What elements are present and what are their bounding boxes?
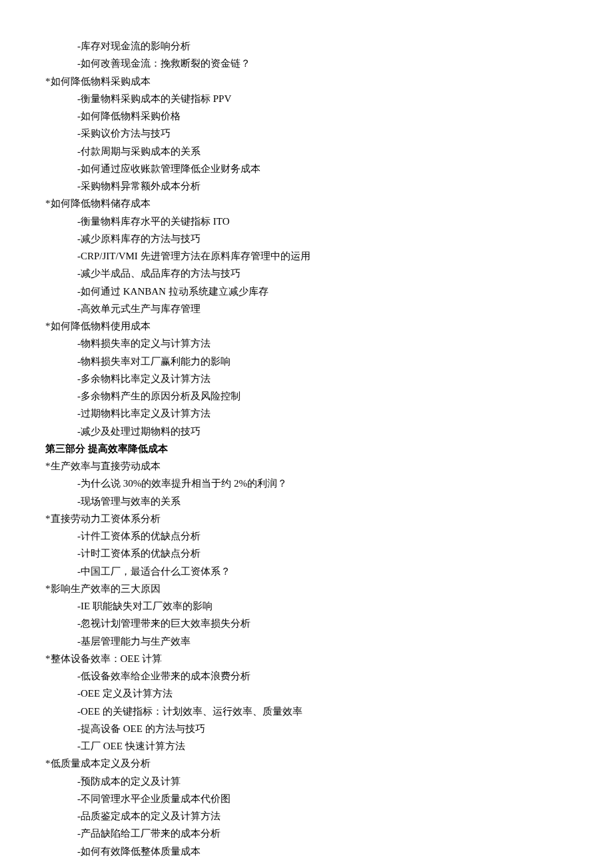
sub-line: -计件工资体系的优缺点分析 <box>45 527 568 545</box>
sub-line: -预防成本的定义及计算 <box>45 773 568 790</box>
sub-line: -低设备效率给企业带来的成本浪费分析 <box>45 667 568 685</box>
sub-line: -OEE 的关键指标：计划效率、运行效率、质量效率 <box>45 703 568 720</box>
sub-line: -中国工厂，最适合什么工资体系？ <box>45 563 568 580</box>
topic-line: *直接劳动力工资体系分析 <box>45 510 568 527</box>
sub-line: -产品缺陷给工厂带来的成本分析 <box>45 825 568 842</box>
sub-line: -现场管理与效率的关系 <box>45 493 568 510</box>
sub-line: -提高设备 OEE 的方法与技巧 <box>45 720 568 737</box>
topic-line: *如何降低物料采购成本 <box>45 73 568 90</box>
sub-line: -IE 职能缺失对工厂效率的影响 <box>45 597 568 615</box>
sub-line: -物料损失率对工厂赢利能力的影响 <box>45 353 568 370</box>
topic-line: *整体设备效率：OEE 计算 <box>45 650 568 667</box>
sub-line: -采购物料异常额外成本分析 <box>45 177 568 195</box>
sub-line: -衡量物料采购成本的关键指标 PPV <box>45 90 568 107</box>
sub-line: -品质鉴定成本的定义及计算方法 <box>45 807 568 825</box>
sub-line: -物料损失率的定义与计算方法 <box>45 335 568 352</box>
sub-line: -如何降低物料采购价格 <box>45 107 568 125</box>
sub-line: -付款周期与采购成本的关系 <box>45 143 568 160</box>
topic-line: *生产效率与直接劳动成本 <box>45 457 568 475</box>
sub-line: -减少半成品、成品库存的方法与技巧 <box>45 265 568 282</box>
topic-line: *如何降低物料使用成本 <box>45 317 568 335</box>
topic-line: *影响生产效率的三大原因 <box>45 580 568 597</box>
sub-line: -如何改善现金流：挽救断裂的资金链？ <box>45 55 568 72</box>
sub-line: -计时工资体系的优缺点分析 <box>45 545 568 562</box>
sub-line: -过期物料比率定义及计算方法 <box>45 405 568 422</box>
sub-line: -忽视计划管理带来的巨大效率损失分析 <box>45 615 568 632</box>
sub-line: -衡量物料库存水平的关键指标 ITO <box>45 213 568 230</box>
sub-line: -减少及处理过期物料的技巧 <box>45 423 568 440</box>
sub-line: -多余物料比率定义及计算方法 <box>45 370 568 387</box>
topic-line: *如何降低物料储存成本 <box>45 195 568 212</box>
sub-line: -基层管理能力与生产效率 <box>45 633 568 650</box>
sub-line: -高效单元式生产与库存管理 <box>45 300 568 317</box>
sub-line: -如何通过应收账款管理降低企业财务成本 <box>45 160 568 177</box>
sub-line: -不同管理水平企业质量成本代价图 <box>45 790 568 807</box>
section-heading: 第三部分 提高效率降低成本 <box>45 440 568 457</box>
sub-line: -OEE 定义及计算方法 <box>45 685 568 702</box>
sub-line: -为什么说 30%的效率提升相当于约 2%的利润？ <box>45 475 568 492</box>
sub-line: -CRP/JIT/VMI 先进管理方法在原料库存管理中的运用 <box>45 247 568 265</box>
sub-line: -多余物料产生的原因分析及风险控制 <box>45 387 568 405</box>
sub-line: -减少原料库存的方法与技巧 <box>45 230 568 247</box>
topic-line: *低质量成本定义及分析 <box>45 755 568 772</box>
sub-line: -库存对现金流的影响分析 <box>45 37 568 55</box>
sub-line: -采购议价方法与技巧 <box>45 125 568 142</box>
document-body: -库存对现金流的影响分析-如何改善现金流：挽救断裂的资金链？*如何降低物料采购成… <box>45 37 568 860</box>
sub-line: -如何通过 KANBAN 拉动系统建立减少库存 <box>45 283 568 300</box>
sub-line: -如何有效降低整体质量成本 <box>45 843 568 860</box>
sub-line: -工厂 OEE 快速计算方法 <box>45 737 568 755</box>
